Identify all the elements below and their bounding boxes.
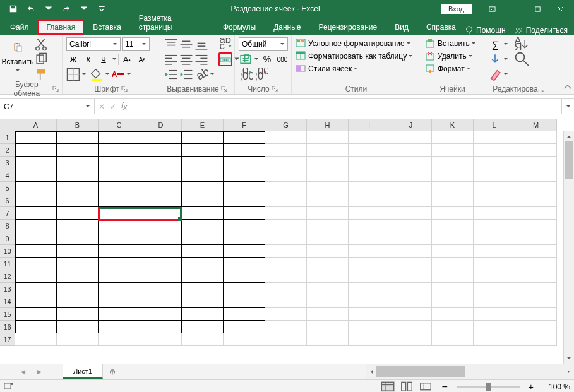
row-header[interactable]: 13 [0,283,15,295]
next-sheet-button[interactable]: ► [36,367,44,376]
fill-color-dropdown[interactable] [105,68,110,81]
expand-formula-bar[interactable] [561,99,574,114]
sheet-tab[interactable]: Лист1 [63,364,103,379]
name-box[interactable]: C7 [0,99,95,114]
cell-styles-button[interactable]: Стили ячеек [296,64,358,74]
column-header[interactable]: G [265,119,307,131]
prev-sheet-button[interactable]: ◄ [20,367,27,376]
tab-pagelayout[interactable]: Разметка страницы [130,11,214,35]
orientation-button[interactable]: ab [194,68,208,81]
row-header[interactable]: 6 [0,194,15,207]
borders-button[interactable] [66,68,80,81]
font-color-dropdown[interactable] [126,68,131,81]
undo-button[interactable] [23,2,39,16]
number-launcher[interactable] [271,85,278,93]
clear-dropdown[interactable] [503,68,508,81]
column-header[interactable]: H [307,119,349,131]
align-right-button[interactable] [194,52,208,66]
delete-cells-button[interactable]: Удалить [425,51,473,61]
column-header[interactable]: M [515,119,557,131]
alignment-launcher[interactable] [220,85,228,93]
share-button[interactable]: Поделиться [515,26,568,35]
row-header[interactable]: 17 [0,333,15,346]
align-middle-button[interactable] [179,37,193,51]
align-center-button[interactable] [179,52,193,66]
grow-font-button[interactable]: A▴ [120,52,134,66]
row-header[interactable]: 9 [0,232,15,245]
orientation-dropdown[interactable] [210,68,215,81]
zoom-slider[interactable] [457,386,520,388]
tab-data[interactable]: Данные [265,20,309,35]
increase-indent-button[interactable] [179,68,193,81]
sort-filter-button[interactable]: АЯ [513,37,531,51]
decrease-decimal-button[interactable]: ,00,0 [254,68,268,81]
row-header[interactable]: 8 [0,220,15,232]
scroll-left-button[interactable] [366,369,376,374]
decrease-indent-button[interactable] [164,68,178,81]
cancel-formula-button[interactable]: ✕ [99,102,105,111]
fill-color-button[interactable] [90,68,104,81]
login-button[interactable]: Вход [441,4,472,14]
wrap-text-button[interactable]: abc [218,37,236,51]
fill-button[interactable] [488,52,502,66]
scroll-down-button[interactable] [564,353,574,364]
clipboard-launcher[interactable] [52,85,59,93]
undo-dropdown[interactable] [40,2,57,16]
row-header[interactable]: 2 [0,144,15,157]
increase-decimal-button[interactable]: ,0,00 [239,68,253,81]
shrink-font-button[interactable]: A▾ [135,52,149,66]
autosum-button[interactable]: ∑ [488,37,502,51]
zoom-out-button[interactable]: − [438,381,451,393]
vertical-scroll-thumb[interactable] [565,141,573,179]
vertical-scrollbar[interactable] [563,131,574,364]
format-cells-button[interactable]: Формат [425,64,471,74]
conditional-formatting-button[interactable]: Условное форматирование [296,39,411,49]
number-format-select[interactable]: Общий [239,37,288,51]
format-as-table-button[interactable]: Форматировать как таблицу [296,51,413,61]
underline-button[interactable]: Ч [97,52,111,66]
comma-button[interactable]: 000 [275,52,289,66]
underline-dropdown[interactable] [112,52,117,66]
row-header[interactable]: 15 [0,308,15,321]
tab-insert[interactable]: Вставка [84,20,130,35]
row-header[interactable]: 7 [0,207,15,220]
row-header[interactable]: 12 [0,270,15,283]
ribbon-options-button[interactable] [481,0,503,18]
font-launcher[interactable] [121,85,128,93]
column-header[interactable]: L [474,119,515,131]
zoom-thumb[interactable] [486,383,491,391]
maximize-button[interactable] [526,0,549,18]
tab-review[interactable]: Рецензирование [310,20,386,35]
bold-button[interactable]: Ж [66,52,80,66]
record-macro-button[interactable] [4,381,14,392]
column-header[interactable]: A [15,119,57,131]
row-header[interactable]: 14 [0,295,15,308]
font-color-button[interactable]: А [111,68,125,81]
accounting-dropdown[interactable] [254,52,259,66]
cut-button[interactable] [34,37,48,51]
tab-file[interactable]: Файл [1,20,38,35]
font-size-select[interactable]: 11 [122,37,150,51]
horizontal-scroll-thumb[interactable] [376,366,465,377]
column-header[interactable]: K [432,119,474,131]
formula-input[interactable] [131,99,561,114]
percent-button[interactable]: % [260,52,274,66]
add-sheet-button[interactable]: ⊕ [103,364,122,379]
row-header[interactable]: 4 [0,169,15,182]
collapse-ribbon-button[interactable] [563,83,573,93]
autosum-dropdown[interactable] [503,37,508,51]
redo-dropdown[interactable] [76,2,92,16]
save-button[interactable] [5,2,21,16]
close-button[interactable] [549,0,571,18]
insert-function-button[interactable]: fx [121,101,127,112]
enter-formula-button[interactable]: ✓ [110,102,116,111]
column-header[interactable]: E [182,119,224,131]
clear-button[interactable] [488,68,502,81]
row-header[interactable]: 11 [0,258,15,270]
scroll-up-button[interactable] [564,131,574,141]
qat-customize[interactable] [93,2,110,16]
copy-button[interactable] [34,52,48,66]
format-painter-button[interactable] [34,68,48,81]
zoom-level[interactable]: 100 % [542,383,570,391]
row-header[interactable]: 1 [0,131,15,144]
